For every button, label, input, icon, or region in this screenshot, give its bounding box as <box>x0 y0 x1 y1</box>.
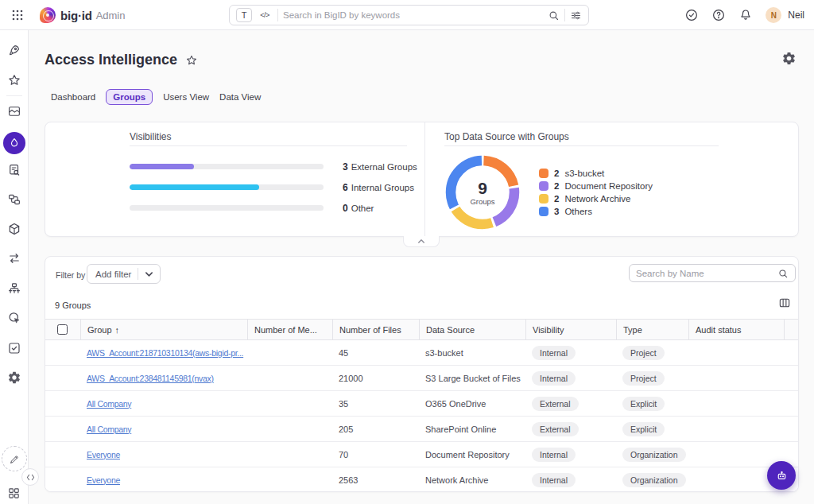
add-filter-button[interactable]: Add filter <box>87 264 161 284</box>
bar-fill <box>130 164 194 169</box>
donut-total-label: Groups <box>470 197 494 206</box>
getting-started-icon[interactable] <box>7 43 21 57</box>
table-row[interactable]: AWS_Account:238481145981(nvax)21000S3 La… <box>45 366 798 391</box>
group-count: 9 Groups <box>55 300 91 310</box>
catalog-icon[interactable] <box>7 163 21 177</box>
files-cell: 70 <box>332 450 419 459</box>
legend-swatch <box>539 181 548 191</box>
global-search[interactable]: T </> Search in BigID by keywords <box>229 5 589 25</box>
visibility-bar-row: 3External Groups <box>130 156 407 176</box>
collapse-panel-button[interactable] <box>403 236 440 247</box>
source-cell: O365 OneDrive <box>419 399 525 409</box>
search-icon[interactable] <box>548 10 560 21</box>
bar-track <box>130 184 324 190</box>
favorites-icon[interactable] <box>7 73 21 87</box>
group-link[interactable]: Everyone <box>87 475 120 485</box>
table-header: Group↑ Number of Me... Number of Files D… <box>45 319 798 340</box>
lineage-icon[interactable] <box>7 192 21 207</box>
search-by-name-input[interactable]: Search by Name <box>629 264 796 282</box>
visibility-chip: External <box>532 422 579 436</box>
favorite-star-icon[interactable] <box>185 54 198 67</box>
bar-track <box>130 164 324 169</box>
legend-item: 2s3-bucket <box>539 167 653 180</box>
visibilities-chart: 3External Groups6Internal Groups0Other <box>130 156 407 218</box>
visibility-bar-row: 6Internal Groups <box>130 176 407 197</box>
tab-data-view[interactable]: Data View <box>219 89 261 105</box>
type-chip: Explicit <box>622 422 665 436</box>
select-all-checkbox[interactable] <box>57 324 68 335</box>
inventory-icon[interactable] <box>7 104 21 118</box>
edit-fab[interactable] <box>2 446 27 471</box>
settings-icon[interactable] <box>7 370 21 385</box>
app-grid-icon[interactable] <box>11 9 24 21</box>
global-search-placeholder[interactable]: Search in BigID by keywords <box>283 10 543 20</box>
bar-track <box>130 205 324 211</box>
chevron-down-icon <box>145 271 153 277</box>
donut-legend: 2s3-bucket2Document Repository2Network A… <box>539 167 653 218</box>
visibility-chip: Internal <box>532 371 576 386</box>
tab-dashboard[interactable]: Dashboard <box>51 89 95 105</box>
search-icon <box>777 268 789 279</box>
page-title: Access Intelligence <box>45 52 177 68</box>
type-chip: Project <box>622 371 665 386</box>
type-chip: Project <box>622 346 665 360</box>
username[interactable]: Neil <box>788 10 804 21</box>
assistant-fab[interactable] <box>767 461 796 490</box>
avatar[interactable]: N <box>766 7 781 23</box>
source-cell: SharePoint Online <box>419 425 525 434</box>
files-cell: 2563 <box>332 475 419 485</box>
group-link[interactable]: All Company <box>87 399 131 409</box>
tab-users-view[interactable]: Users View <box>163 89 209 105</box>
type-chip: Organization <box>622 448 686 462</box>
query-search-toggle[interactable]: </> <box>257 8 273 22</box>
bigid-logo <box>40 7 56 23</box>
group-link[interactable]: AWS_Account:238481145981(nvax) <box>87 374 214 383</box>
files-cell: 205 <box>332 425 419 434</box>
sidebar <box>0 30 29 504</box>
source-cell: S3 Large Bucket of Files <box>419 374 525 383</box>
summary-panel: Visibilities 3External Groups6Internal G… <box>45 122 799 237</box>
org-icon[interactable] <box>7 281 21 296</box>
data-icon[interactable] <box>7 222 21 236</box>
page-settings-icon[interactable] <box>781 51 797 66</box>
sidebar-item-active[interactable] <box>3 132 25 154</box>
legend-item: 2Network Archive <box>539 192 653 205</box>
advanced-search-icon[interactable] <box>570 10 582 21</box>
group-link[interactable]: AWS_Account:218710310134(aws-bigid-pr... <box>87 348 243 358</box>
groups-table: Group↑ Number of Me... Number of Files D… <box>45 319 798 492</box>
actions-icon[interactable] <box>7 341 21 355</box>
notifications-icon[interactable] <box>738 8 753 22</box>
group-link[interactable]: All Company <box>87 425 131 434</box>
visibility-chip: External <box>532 397 579 411</box>
visibility-chip: Internal <box>532 473 576 487</box>
table-row[interactable]: Everyone70Document RepositoryInternalOrg… <box>45 442 798 467</box>
tasks-status-icon[interactable] <box>684 8 699 22</box>
tab-groups[interactable]: Groups <box>106 89 153 105</box>
bar-label: 6Internal Groups <box>343 182 414 193</box>
group-link[interactable]: Everyone <box>87 450 120 459</box>
explorer-icon[interactable] <box>7 311 21 325</box>
table-body: AWS_Account:218710310134(aws-bigid-pr...… <box>45 340 798 492</box>
transfers-icon[interactable] <box>7 251 21 266</box>
legend-item: 3Others <box>539 205 653 218</box>
visibility-chip: Internal <box>532 448 576 462</box>
source-cell: Network Archive <box>419 475 525 485</box>
legend-swatch <box>539 194 548 204</box>
apps-grid-icon[interactable] <box>7 487 21 500</box>
sidebar-collapse-button[interactable] <box>21 468 39 486</box>
top-data-source-title: Top Data Source with Groups <box>444 131 569 142</box>
text-search-toggle[interactable]: T <box>236 8 252 22</box>
help-icon[interactable] <box>711 8 726 22</box>
filter-by-label: Filter by <box>56 270 85 280</box>
table-row[interactable]: Everyone2563Network ArchiveInternalOrgan… <box>45 467 798 492</box>
visibility-bar-row: 0Other <box>130 197 407 218</box>
table-row[interactable]: All Company35O365 OneDriveExternalExplic… <box>45 391 798 417</box>
bar-fill <box>130 184 259 190</box>
table-row[interactable]: All Company205SharePoint OnlineExternalE… <box>45 417 798 442</box>
topbar: big·id Admin T </> Search in BigID by ke… <box>0 0 814 30</box>
table-row[interactable]: AWS_Account:218710310134(aws-bigid-pr...… <box>45 340 798 366</box>
tabs: Dashboard Groups Users View Data View <box>51 89 261 105</box>
main-content: Access Intelligence Dashboard Groups Use… <box>29 30 814 504</box>
column-settings-icon[interactable] <box>778 297 791 309</box>
legend-swatch <box>539 169 548 178</box>
